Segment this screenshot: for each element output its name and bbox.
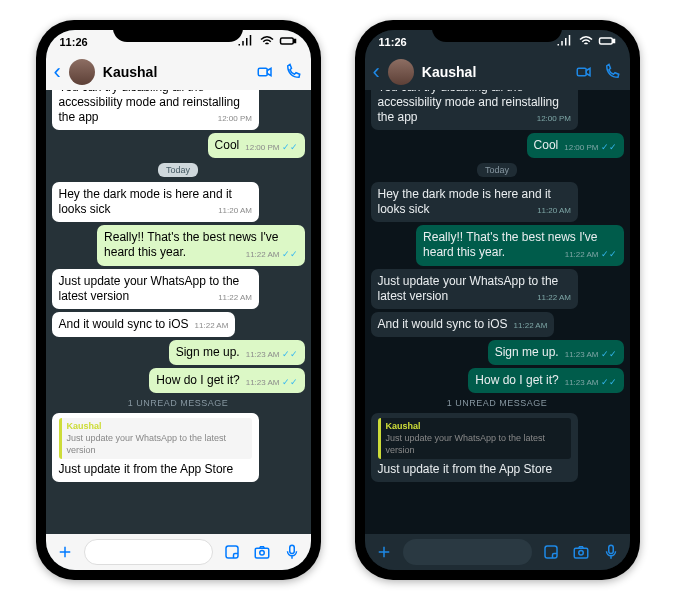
message-incoming[interactable]: Just update your WhatsApp to the latest … xyxy=(52,269,259,309)
chat-area[interactable]: You can try disabling all the accessibil… xyxy=(365,90,630,534)
message-time: 11:23 AM✓✓ xyxy=(246,377,298,388)
message-text: Hey the dark mode is here and it looks s… xyxy=(59,187,232,216)
avatar[interactable] xyxy=(69,59,95,85)
message-time: 11:23 AM✓✓ xyxy=(246,349,298,360)
unread-divider: 1 UNREAD MESSAGE xyxy=(128,398,229,408)
svg-point-5 xyxy=(259,551,264,556)
chat-header: ‹ Kaushal xyxy=(46,54,311,90)
reply-preview: KaushalJust update your WhatsApp to the … xyxy=(378,418,571,459)
chat-header: ‹ Kaushal xyxy=(365,54,630,90)
sticker-icon[interactable] xyxy=(540,541,562,563)
message-text: And it would sync to iOS xyxy=(59,317,189,331)
message-outgoing[interactable]: Cool12:00 PM✓✓ xyxy=(527,133,624,158)
message-text: Sign me up. xyxy=(495,345,559,359)
message-time: 11:22 AM xyxy=(218,293,252,303)
mic-icon[interactable] xyxy=(600,541,622,563)
message-text: Just update it from the App Store xyxy=(59,462,234,476)
message-input[interactable] xyxy=(403,539,532,565)
wifi-icon xyxy=(258,32,276,52)
date-chip: Today xyxy=(477,163,517,177)
message-input[interactable] xyxy=(84,539,213,565)
message-text: How do I get it? xyxy=(156,373,239,387)
read-ticks-icon: ✓✓ xyxy=(601,142,617,152)
camera-icon[interactable] xyxy=(570,541,592,563)
phone-light: 11:26 ‹ Kaushal You can try disabling al… xyxy=(36,20,321,580)
read-ticks-icon: ✓✓ xyxy=(282,377,298,387)
message-text: Sign me up. xyxy=(176,345,240,359)
message-time: 11:22 AM xyxy=(537,293,571,303)
message-incoming[interactable]: Just update your WhatsApp to the latest … xyxy=(371,269,578,309)
message-outgoing[interactable]: How do I get it?11:23 AM✓✓ xyxy=(468,368,623,393)
screen: 11:26 ‹ Kaushal You can try disabling al… xyxy=(365,30,630,570)
message-time: 11:22 AM xyxy=(195,321,229,331)
message-incoming[interactable]: KaushalJust update your WhatsApp to the … xyxy=(52,413,259,482)
svg-rect-3 xyxy=(226,546,238,558)
svg-rect-4 xyxy=(255,548,269,558)
phone-dark: 11:26 ‹ Kaushal You can try disabling al… xyxy=(355,20,640,580)
back-button[interactable]: ‹ xyxy=(373,59,380,85)
chat-area[interactable]: You can try disabling all the accessibil… xyxy=(46,90,311,534)
svg-rect-1 xyxy=(294,40,296,43)
message-incoming[interactable]: Hey the dark mode is here and it looks s… xyxy=(371,182,578,222)
signal-icon xyxy=(237,32,255,52)
svg-rect-10 xyxy=(545,546,557,558)
message-incoming[interactable]: KaushalJust update your WhatsApp to the … xyxy=(371,413,578,482)
message-outgoing[interactable]: Sign me up.11:23 AM✓✓ xyxy=(169,340,305,365)
svg-rect-6 xyxy=(289,545,294,553)
status-time: 11:26 xyxy=(379,36,407,48)
voice-call-icon[interactable] xyxy=(602,62,622,82)
mic-icon[interactable] xyxy=(281,541,303,563)
battery-icon xyxy=(279,32,297,52)
voice-call-icon[interactable] xyxy=(283,62,303,82)
message-text: Just update your WhatsApp to the latest … xyxy=(59,274,240,303)
attach-icon[interactable] xyxy=(373,541,395,563)
read-ticks-icon: ✓✓ xyxy=(601,377,617,387)
back-button[interactable]: ‹ xyxy=(54,59,61,85)
contact-name[interactable]: Kaushal xyxy=(422,64,566,80)
message-incoming[interactable]: You can try disabling all the accessibil… xyxy=(52,90,259,130)
message-time: 11:22 AM xyxy=(514,321,548,331)
message-outgoing[interactable]: How do I get it?11:23 AM✓✓ xyxy=(149,368,304,393)
message-incoming[interactable]: Hey the dark mode is here and it looks s… xyxy=(52,182,259,222)
signal-icon xyxy=(556,32,574,52)
message-incoming[interactable]: And it would sync to iOS11:22 AM xyxy=(52,312,236,337)
contact-name[interactable]: Kaushal xyxy=(103,64,247,80)
message-time: 11:20 AM xyxy=(218,206,252,216)
message-text: And it would sync to iOS xyxy=(378,317,508,331)
video-call-icon[interactable] xyxy=(574,62,594,82)
input-bar xyxy=(46,534,311,570)
read-ticks-icon: ✓✓ xyxy=(601,249,617,259)
status-bar: 11:26 xyxy=(365,30,630,54)
battery-icon xyxy=(598,32,616,52)
date-chip: Today xyxy=(158,163,198,177)
message-outgoing[interactable]: Cool12:00 PM✓✓ xyxy=(208,133,305,158)
reply-preview: KaushalJust update your WhatsApp to the … xyxy=(59,418,252,459)
avatar[interactable] xyxy=(388,59,414,85)
message-incoming[interactable]: And it would sync to iOS11:22 AM xyxy=(371,312,555,337)
message-text: Cool xyxy=(215,138,240,152)
svg-rect-8 xyxy=(613,40,615,43)
message-outgoing[interactable]: Really!! That's the best news I've heard… xyxy=(416,225,623,265)
svg-rect-0 xyxy=(280,38,293,44)
svg-rect-11 xyxy=(574,548,588,558)
read-ticks-icon: ✓✓ xyxy=(601,349,617,359)
svg-rect-7 xyxy=(599,38,612,44)
message-text: Hey the dark mode is here and it looks s… xyxy=(378,187,551,216)
video-call-icon[interactable] xyxy=(255,62,275,82)
message-text: Just update it from the App Store xyxy=(378,462,553,476)
message-time: 12:00 PM✓✓ xyxy=(564,142,616,153)
message-time: 12:00 PM xyxy=(218,114,252,124)
message-time: 11:23 AM✓✓ xyxy=(565,377,617,388)
read-ticks-icon: ✓✓ xyxy=(282,142,298,152)
attach-icon[interactable] xyxy=(54,541,76,563)
message-incoming[interactable]: You can try disabling all the accessibil… xyxy=(371,90,578,130)
message-time: 12:00 PM✓✓ xyxy=(245,142,297,153)
message-text: How do I get it? xyxy=(475,373,558,387)
message-time: 11:23 AM✓✓ xyxy=(565,349,617,360)
camera-icon[interactable] xyxy=(251,541,273,563)
message-outgoing[interactable]: Sign me up.11:23 AM✓✓ xyxy=(488,340,624,365)
message-outgoing[interactable]: Really!! That's the best news I've heard… xyxy=(97,225,304,265)
svg-rect-9 xyxy=(577,68,586,76)
sticker-icon[interactable] xyxy=(221,541,243,563)
message-time: 11:22 AM✓✓ xyxy=(246,249,298,260)
